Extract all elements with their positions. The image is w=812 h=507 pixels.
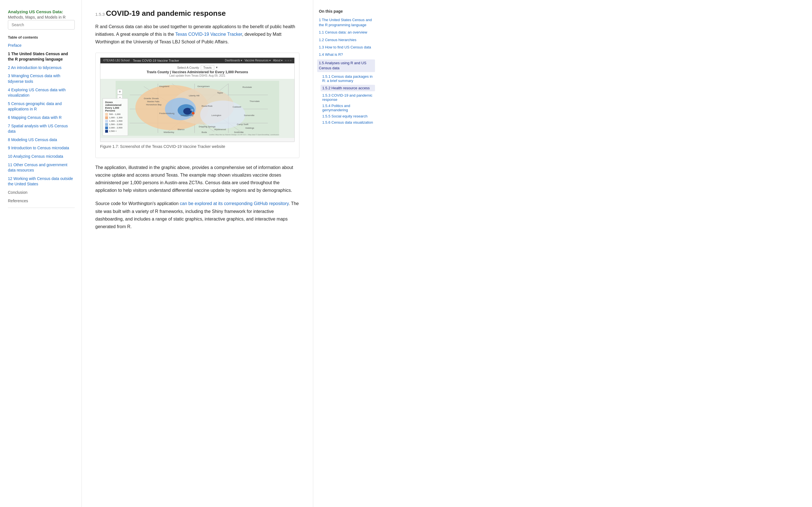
svg-text:Liberty Hill: Liberty Hill (189, 94, 200, 97)
toc-item-ch4[interactable]: 4 Exploring US Census data with visualiz… (8, 87, 75, 99)
svg-text:Caldwell: Caldwell (233, 106, 241, 108)
map-svg-area: + − Kingsland Georgetown Rockdale Granit… (100, 79, 294, 138)
right-panel: On this page 1 The United States Census … (313, 0, 380, 507)
map-header-title: Texas COVID-19 Vaccine Tracker (133, 59, 179, 62)
svg-text:Dripping Springs: Dripping Springs (199, 125, 215, 128)
intro-paragraph: R and Census data can also be used toget… (95, 23, 299, 46)
svg-text:Thorndale: Thorndale (250, 100, 260, 103)
svg-text:Rockdale: Rockdale (243, 86, 252, 89)
svg-text:Wimberley: Wimberley (163, 131, 174, 133)
toc-item-ch12[interactable]: 12 Working with Census data outside the … (8, 175, 75, 187)
legend-item: 1,300 - 1,500 (105, 120, 125, 122)
toc-divider (8, 208, 75, 208)
main-content: 1.5.3 COVID-19 and pandemic response R a… (82, 0, 313, 507)
toc-item-conclusion[interactable]: Conclusion (8, 189, 75, 196)
toc-item-ch5[interactable]: 5 Census geographic data and application… (8, 101, 75, 113)
toc-heading: Table of contents (8, 35, 75, 40)
toc-item-preface[interactable]: Preface (8, 42, 75, 49)
toc-item-ch10[interactable]: 10 Analyzing Census microdata (8, 153, 75, 160)
figure-box: ©TEXAS LBJ School Texas COVID-19 Vaccine… (95, 53, 299, 158)
legend-item: 500 - 1,000 (105, 113, 125, 116)
county-select-value[interactable]: Travis (201, 65, 214, 70)
legend-item: 2,000 - 2,500 (105, 126, 125, 129)
right-toc-item-r15[interactable]: 1.5 Analyses using R and US Census data (317, 59, 375, 72)
nav-resources[interactable]: Vaccine Resources ▾ (245, 59, 271, 62)
search-input[interactable] (8, 20, 75, 30)
toc-item-ch7[interactable]: 7 Spatial analysis with US Census data (8, 123, 75, 135)
map-container: ©TEXAS LBJ School Texas COVID-19 Vaccine… (100, 57, 295, 142)
svg-text:Wyldewood: Wyldewood (214, 128, 226, 131)
toc-item-ch11[interactable]: 11 Other Census and government data reso… (8, 162, 75, 174)
svg-text:Blanco: Blanco (177, 128, 185, 131)
book-subtitle: Methods, Maps, and Models in R (8, 15, 66, 19)
nav-dashboards[interactable]: Dashboards ▾ (225, 59, 242, 62)
vaccine-tracker-link[interactable]: Texas COVID-19 Vaccine Tracker (175, 32, 242, 37)
toc-item-ch8[interactable]: 8 Modeling US Census data (8, 136, 75, 144)
right-toc-sub-r153[interactable]: 1.5.3 COVID-19 and pandemic response (319, 93, 375, 102)
svg-text:Lexington: Lexington (211, 114, 221, 117)
map-svg: + − Kingsland Georgetown Rockdale Granit… (116, 81, 279, 136)
map-nav: Dashboards ▾ Vaccine Resources ▾ About ▾… (225, 59, 292, 62)
toc-item-ch6[interactable]: 6 Mapping Census data with R (8, 114, 75, 121)
right-toc-item-r1[interactable]: 1 The United States Census and the R pro… (319, 17, 375, 27)
map-header: ©TEXAS LBJ School Texas COVID-19 Vaccine… (100, 58, 294, 63)
svg-text:Taylor: Taylor (217, 92, 223, 94)
section-tag: 1.5.3 (95, 12, 105, 17)
toc-item-ch3[interactable]: 3 Wrangling Census data with tidyverse t… (8, 73, 75, 85)
right-toc-sub-r155[interactable]: 1.5.5 Social equity research (319, 114, 375, 118)
svg-text:Georgetown: Georgetown (197, 85, 210, 88)
legend-item: 2,500 + (105, 130, 125, 133)
svg-text:Camp Swift: Camp Swift (237, 123, 249, 126)
right-toc-item-r11[interactable]: 1.1 Census data: an overview (319, 30, 375, 35)
svg-text:Mill: Mill (190, 109, 193, 111)
legend-title: Doses AdministeredEvery 1,000 Persons (105, 101, 125, 112)
county-select[interactable]: Select A County Travis ▾ (102, 65, 293, 70)
right-toc-item-r14[interactable]: 1.4 What is R? (319, 52, 375, 57)
toc-item-ch2[interactable]: 2 An introduction to tidycensus (8, 64, 75, 71)
map-subtitle: Last update from Texas DSHS: Aug 09, 202… (102, 74, 293, 77)
github-link[interactable]: can be explored at its corresponding Git… (180, 201, 289, 206)
legend-item: 1,500 - 2,000 (105, 123, 125, 126)
map-logo: ©TEXAS LBJ School (103, 59, 130, 62)
nav-icons: ○ ○ ○ (285, 59, 292, 62)
svg-text:Buda: Buda (202, 131, 207, 133)
body-paragraph-3: Source code for Worthington's applicatio… (95, 200, 299, 230)
toc-item-references[interactable]: References (8, 198, 75, 205)
county-chevron: ▾ (216, 66, 218, 69)
svg-text:Fredericksburg: Fredericksburg (159, 112, 174, 115)
book-title: Analyzing US Census Data: (8, 9, 63, 14)
svg-text:Marble Falls: Marble Falls (147, 100, 160, 103)
right-toc-item-r13[interactable]: 1.3 How to find US Census data (319, 45, 375, 50)
section-header: 1.5.3 COVID-19 and pandemic response (95, 9, 299, 18)
svg-text:Horseshoe Bay: Horseshoe Bay (146, 103, 161, 106)
on-this-page-title: On this page (319, 9, 375, 13)
left-sidebar: Analyzing US Census Data: Methods, Maps,… (0, 0, 82, 507)
map-body: + − Kingsland Georgetown Rockdale Granit… (100, 79, 294, 138)
body-paragraph-2: The application, illustrated in the grap… (95, 164, 299, 194)
toc-item-ch1[interactable]: 1 The United States Census and the R pro… (8, 51, 75, 63)
toc-item-ch9[interactable]: 9 Introduction to Census microdata (8, 145, 75, 152)
map-legend: Doses AdministeredEvery 1,000 Persons 50… (103, 98, 128, 136)
svg-text:Johnson City: Johnson City (181, 114, 193, 117)
svg-text:Round Rock: Round Rock (202, 105, 213, 107)
right-toc-sub-r152[interactable]: 1.5.2 Health resource access (320, 85, 375, 91)
svg-text:Granite Shoals: Granite Shoals (144, 97, 159, 100)
svg-text:Smithville: Smithville (234, 131, 244, 133)
legend-items: 500 - 1,0001,000 - 1,3001,300 - 1,5001,5… (105, 113, 125, 133)
figure-caption: Figure 1.7: Screenshot of the Texas COVI… (100, 144, 295, 149)
map-main-title: Travis County | Vaccines Administered fo… (102, 70, 293, 74)
right-toc-sub-r156[interactable]: 1.5.6 Census data visualization (319, 120, 375, 124)
map-title-bar: Select A County Travis ▾ Travis County |… (100, 63, 294, 79)
svg-text:Somerville: Somerville (244, 114, 255, 117)
nav-about[interactable]: About ▾ (273, 59, 283, 62)
toc-list: Preface1 The United States Census and th… (8, 42, 75, 204)
section-heading: COVID-19 and pandemic response (106, 9, 226, 17)
county-select-label: Select A County (177, 66, 199, 69)
book-title-block: Analyzing US Census Data: Methods, Maps,… (8, 9, 75, 20)
svg-text:Kingsland: Kingsland (159, 85, 169, 88)
legend-item: 1,000 - 1,300 (105, 116, 125, 119)
svg-text:Giddings: Giddings (245, 127, 254, 129)
right-toc-item-r12[interactable]: 1.2 Census hierarchies (319, 38, 375, 43)
right-toc-sub-r151[interactable]: 1.5.1 Census data packages in R: a brief… (319, 74, 375, 83)
right-toc-sub-r154[interactable]: 1.5.4 Politics and gerrymandering (319, 104, 375, 112)
